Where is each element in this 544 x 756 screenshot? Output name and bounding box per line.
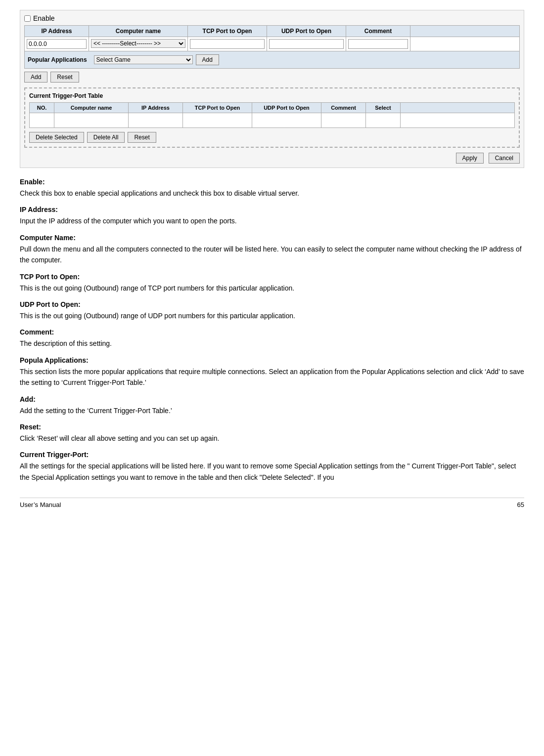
ip-section: IP Address: Input the IP address of the … bbox=[20, 206, 524, 226]
trigger-col-ip: IP Address bbox=[129, 103, 183, 113]
current-trigger-section: Current Trigger-Port: All the settings f… bbox=[20, 451, 524, 483]
trigger-col-comment: Comment bbox=[321, 103, 366, 113]
add-section: Add: Add the setting to the ‘Current Tri… bbox=[20, 395, 524, 416]
trigger-table-empty-row bbox=[29, 113, 515, 128]
ip-text: Input the IP address of the computer whi… bbox=[20, 215, 524, 226]
trigger-col-no: NO. bbox=[30, 103, 54, 113]
main-table-input-row: << ---------Select-------- >> bbox=[24, 37, 520, 51]
add-heading: Add: bbox=[20, 395, 524, 403]
enable-section: Enable: Check this box to enable special… bbox=[20, 178, 524, 199]
reset-button[interactable]: Reset bbox=[50, 72, 79, 83]
udp-text: This is the out going (Outbound) range o… bbox=[20, 310, 524, 321]
popular-heading: Popula Applications: bbox=[20, 356, 524, 364]
add-text: Add the setting to the ‘Current Trigger-… bbox=[20, 405, 524, 416]
cancel-button[interactable]: Cancel bbox=[489, 153, 520, 164]
popular-add-button[interactable]: Add bbox=[196, 54, 219, 65]
ip-cell bbox=[25, 37, 89, 51]
udp-port-cell bbox=[267, 37, 346, 51]
tcp-section: TCP Port to Open: This is the out going … bbox=[20, 273, 524, 294]
trigger-table-title: Current Trigger-Port Table bbox=[29, 92, 515, 99]
popular-section: Popula Applications: This section lists … bbox=[20, 356, 524, 388]
udp-heading: UDP Port to Open: bbox=[20, 300, 524, 308]
comment-cell bbox=[346, 37, 410, 51]
trigger-reset-button[interactable]: Reset bbox=[128, 132, 156, 143]
add-reset-row: Add Reset bbox=[24, 69, 520, 84]
ip-heading: IP Address: bbox=[20, 206, 524, 213]
main-table-header: IP Address Computer name TCP Port to Ope… bbox=[24, 25, 520, 37]
comment-text: The description of this setting. bbox=[20, 338, 524, 349]
trigger-col-select: Select bbox=[366, 103, 401, 113]
trigger-col-tcp: TCP Port to Open bbox=[183, 103, 252, 113]
current-trigger-text: All the settings for the special applica… bbox=[20, 461, 524, 483]
computer-name-section: Computer Name: Pull down the menu and al… bbox=[20, 234, 524, 266]
trigger-section: Current Trigger-Port Table NO. Computer … bbox=[24, 87, 520, 148]
delete-selected-button[interactable]: Delete Selected bbox=[29, 132, 84, 143]
footer-right: 65 bbox=[517, 501, 524, 508]
delete-all-button[interactable]: Delete All bbox=[87, 132, 125, 143]
current-trigger-heading: Current Trigger-Port: bbox=[20, 451, 524, 459]
enable-checkbox[interactable] bbox=[24, 15, 31, 22]
trigger-col-udp: UDP Port to Open bbox=[252, 103, 321, 113]
select-game-dropdown[interactable]: Select Game bbox=[94, 55, 193, 64]
computer-name-text: Pull down the menu and all the computers… bbox=[20, 244, 524, 266]
computer-name-cell: << ---------Select-------- >> bbox=[89, 37, 188, 51]
computer-name-select[interactable]: << ---------Select-------- >> bbox=[91, 39, 185, 48]
udp-port-input[interactable] bbox=[269, 39, 344, 49]
popular-text: This section lists the more popular appl… bbox=[20, 366, 524, 388]
tcp-port-cell bbox=[188, 37, 267, 51]
enable-row: Enable bbox=[24, 14, 520, 22]
add-button[interactable]: Add bbox=[24, 72, 47, 83]
trigger-col-computer: Computer name bbox=[54, 103, 129, 113]
comment-heading: Comment: bbox=[20, 328, 524, 336]
tcp-text: This is the out going (Outbound) range o… bbox=[20, 283, 524, 294]
col-computer: Computer name bbox=[89, 26, 188, 37]
udp-section: UDP Port to Open: This is the out going … bbox=[20, 300, 524, 321]
comment-section: Comment: The description of this setting… bbox=[20, 328, 524, 349]
trigger-table-header: NO. Computer name IP Address TCP Port to… bbox=[29, 102, 515, 113]
reset-heading: Reset: bbox=[20, 423, 524, 431]
footer-left: User’s Manual bbox=[20, 501, 61, 508]
col-udp: UDP Port to Open bbox=[267, 26, 346, 37]
enable-text: Check this box to enable special applica… bbox=[20, 188, 524, 199]
col-ip: IP Address bbox=[25, 26, 89, 37]
router-config-panel: Enable IP Address Computer name TCP Port… bbox=[20, 10, 524, 168]
tcp-port-input[interactable] bbox=[190, 39, 265, 49]
trigger-buttons-row: Delete Selected Delete All Reset bbox=[29, 132, 515, 143]
enable-heading: Enable: bbox=[20, 178, 524, 186]
apply-cancel-row: Apply Cancel bbox=[24, 153, 520, 164]
apply-button[interactable]: Apply bbox=[456, 153, 484, 164]
col-comment: Comment bbox=[346, 26, 410, 37]
enable-label: Enable bbox=[33, 14, 55, 22]
comment-input[interactable] bbox=[348, 39, 408, 49]
tcp-heading: TCP Port to Open: bbox=[20, 273, 524, 281]
computer-name-heading: Computer Name: bbox=[20, 234, 524, 242]
ip-input[interactable] bbox=[27, 39, 87, 49]
popular-applications-row: Popular Applications Select Game Add bbox=[24, 51, 520, 69]
reset-text: Click ‘Reset’ will clear all above setti… bbox=[20, 433, 524, 444]
reset-section: Reset: Click ‘Reset’ will clear all abov… bbox=[20, 423, 524, 444]
footer: User’s Manual 65 bbox=[20, 498, 524, 508]
col-tcp: TCP Port to Open bbox=[188, 26, 267, 37]
popular-label: Popular Applications bbox=[28, 56, 87, 63]
